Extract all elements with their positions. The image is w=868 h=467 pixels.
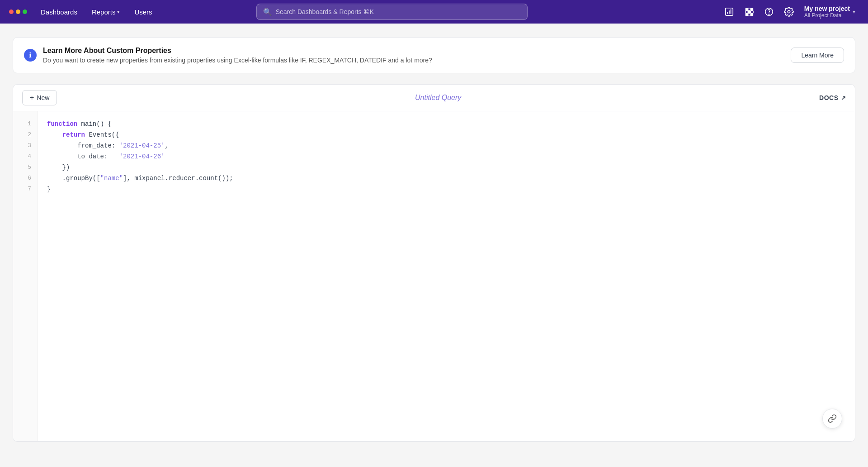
nav-settings-icon[interactable] (781, 4, 797, 20)
custom-properties-banner: ℹ Learn More About Custom Properties Do … (13, 37, 855, 73)
search-icon: 🔍 (263, 8, 272, 16)
svg-rect-5 (748, 8, 751, 11)
nav-right-actions: My new project All Project Data ▾ (721, 3, 859, 20)
svg-rect-9 (750, 11, 753, 14)
svg-rect-4 (745, 8, 748, 11)
nav-apps-icon[interactable] (741, 4, 757, 20)
line-num-4: 4 (28, 151, 31, 162)
code-line-6: .groupBy(["name"], mixpanel.reducer.coun… (47, 173, 846, 184)
nav-reports[interactable]: Reports ▾ (86, 5, 126, 19)
code-line-3: from_date: '2021-04-25', (47, 140, 846, 151)
project-subtitle: All Project Data (804, 12, 850, 19)
code-line-4: to_date: '2021-04-26' (47, 151, 846, 162)
project-selector[interactable]: My new project All Project Data ▾ (801, 3, 859, 20)
svg-rect-8 (748, 11, 751, 14)
svg-rect-12 (750, 14, 753, 16)
code-textarea[interactable]: function main() { return Events({ from_d… (38, 111, 855, 441)
banner-title: Learn More About Custom Properties (43, 47, 784, 55)
maximize-dot (23, 10, 27, 14)
nav-users[interactable]: Users (129, 5, 157, 19)
search-bar[interactable]: 🔍 Search Dashboards & Reports ⌘K (256, 4, 528, 20)
banner-description: Do you want to create new properties fro… (43, 57, 784, 64)
code-line-2: return Events({ (47, 129, 846, 140)
main-content: ℹ Learn More About Custom Properties Do … (0, 24, 868, 467)
code-toolbar: + New Untitled Query DOCS ↗ (13, 85, 855, 111)
nav-help-icon[interactable] (761, 4, 777, 20)
external-link-icon: ↗ (841, 95, 846, 101)
nav-reports-icon[interactable] (721, 4, 737, 20)
close-dot (9, 10, 14, 14)
svg-rect-10 (745, 14, 748, 16)
copy-link-button[interactable] (822, 409, 842, 429)
line-num-1: 1 (28, 119, 31, 129)
svg-point-15 (788, 10, 790, 13)
line-num-3: 3 (28, 140, 31, 151)
reports-chevron-icon: ▾ (117, 9, 120, 15)
code-line-5: }) (47, 162, 846, 173)
nav-dashboards[interactable]: Dashboards (35, 5, 83, 19)
topnav: Dashboards Reports ▾ Users 🔍 Search Dash… (0, 0, 868, 24)
svg-point-14 (769, 14, 769, 14)
banner-info-icon: ℹ (24, 49, 37, 62)
plus-icon: + (30, 94, 34, 102)
window-controls (9, 10, 27, 14)
line-numbers: 1 2 3 4 5 6 7 (13, 111, 38, 441)
project-chevron-icon: ▾ (853, 9, 855, 15)
project-name: My new project (804, 5, 850, 12)
search-placeholder: Search Dashboards & Reports ⌘K (276, 8, 374, 15)
code-line-1: function main() { (47, 119, 846, 129)
minimize-dot (16, 10, 20, 14)
line-num-2: 2 (28, 129, 31, 140)
svg-rect-6 (750, 8, 753, 11)
new-query-button[interactable]: + New (22, 90, 57, 105)
query-title[interactable]: Untitled Query (57, 94, 819, 102)
banner-text: Learn More About Custom Properties Do yo… (43, 47, 784, 64)
code-panel: + New Untitled Query DOCS ↗ 1 2 3 4 5 6 … (13, 84, 855, 442)
line-num-5: 5 (28, 162, 31, 173)
code-line-7: } (47, 184, 846, 195)
docs-button[interactable]: DOCS ↗ (819, 94, 846, 101)
line-num-7: 7 (28, 184, 31, 195)
svg-rect-11 (748, 14, 751, 16)
svg-rect-7 (745, 11, 748, 14)
learn-more-button[interactable]: Learn More (791, 48, 844, 63)
code-editor: 1 2 3 4 5 6 7 function main() { return E… (13, 111, 855, 441)
line-num-6: 6 (28, 173, 31, 184)
